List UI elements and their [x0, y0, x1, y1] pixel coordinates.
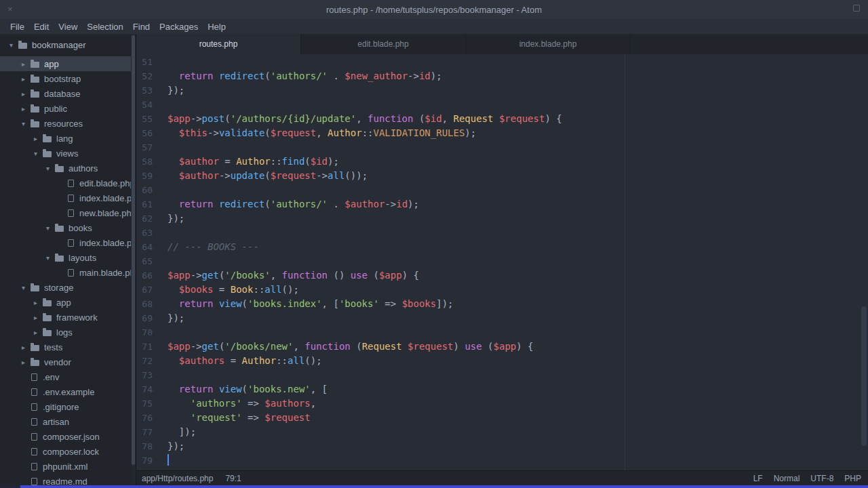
tree-item-label: .env.example: [43, 387, 94, 397]
tree-item-public[interactable]: ▸public: [0, 101, 136, 116]
code-line[interactable]: 58 $author = Author::find($id);: [136, 155, 868, 169]
chevron-right-icon[interactable]: ▸: [22, 105, 31, 113]
tree-item-layouts[interactable]: ▾layouts: [0, 250, 136, 265]
tree-item-logs[interactable]: ▸logs: [0, 325, 136, 340]
code-line[interactable]: 71$app->get('/books/new', function (Requ…: [136, 340, 868, 354]
tree-item-.gitignore[interactable]: .gitignore: [0, 399, 136, 414]
code-line[interactable]: 59 $author->update($request->all());: [136, 169, 868, 183]
code-line[interactable]: 57: [136, 140, 868, 155]
chevron-right-icon[interactable]: ▸: [34, 135, 43, 142]
tree-item-vendor[interactable]: ▸vendor: [0, 354, 136, 369]
tree-item-phpunit.xml[interactable]: phpunit.xml: [0, 459, 136, 474]
chevron-down-icon[interactable]: ▾: [46, 224, 55, 232]
status-grammar[interactable]: PHP: [844, 474, 861, 483]
tree-item-new.blade.php[interactable]: new.blade.php: [0, 205, 136, 220]
code-line[interactable]: 62});: [136, 211, 868, 226]
chevron-right-icon[interactable]: ▸: [34, 314, 43, 321]
menu-item-view[interactable]: View: [54, 22, 82, 32]
chevron-right-icon[interactable]: ▸: [22, 60, 31, 68]
chevron-right-icon[interactable]: ▸: [22, 90, 31, 98]
code-line[interactable]: 52 return redirect('authors/' . $new_aut…: [136, 69, 868, 83]
tab-routes.php[interactable]: routes.php: [136, 34, 301, 54]
tree-item-tests[interactable]: ▸tests: [0, 340, 136, 354]
chevron-right-icon[interactable]: ▸: [34, 329, 43, 336]
tree-item-edit.blade.php[interactable]: edit.blade.php: [0, 176, 136, 190]
code-line[interactable]: 64// --- BOOKS ---: [136, 240, 868, 254]
tree-item-views[interactable]: ▾views: [0, 146, 136, 161]
code-line[interactable]: 51: [136, 55, 868, 69]
chevron-right-icon[interactable]: ▸: [22, 75, 31, 83]
chevron-down-icon[interactable]: ▾: [22, 284, 31, 291]
tree-item-index.blade.php[interactable]: index.blade.php: [0, 190, 136, 205]
chevron-right-icon[interactable]: ▸: [22, 359, 31, 366]
tree-item-app[interactable]: ▸app: [0, 56, 136, 71]
status-line-ending[interactable]: LF: [753, 474, 763, 483]
tree-item-database[interactable]: ▸database: [0, 86, 136, 101]
tree-item-resources[interactable]: ▾resources: [0, 116, 136, 131]
chevron-down-icon[interactable]: ▾: [46, 165, 55, 172]
code-line[interactable]: 66$app->get('/books', function () use ($…: [136, 268, 868, 283]
tree-item-label: index.blade.php: [79, 193, 136, 203]
tree-scrollbar-thumb[interactable]: [132, 35, 135, 465]
code-line[interactable]: 69});: [136, 311, 868, 325]
menu-item-packages[interactable]: Packages: [155, 22, 203, 32]
tree-scrollbar[interactable]: [131, 34, 136, 485]
code-line[interactable]: 55$app->post('/authors/{id}/update', fun…: [136, 112, 868, 126]
menu-item-find[interactable]: Find: [128, 22, 155, 32]
tree-item-framework[interactable]: ▸framework: [0, 310, 136, 325]
menu-item-file[interactable]: File: [5, 22, 29, 32]
tree-item-bookmanager[interactable]: ▾bookmanager: [0, 37, 136, 52]
tree-item-lang[interactable]: ▸lang: [0, 131, 136, 146]
code-line[interactable]: 63: [136, 226, 868, 240]
code-line[interactable]: 72 $authors = Author::all();: [136, 354, 868, 368]
code-line[interactable]: 65: [136, 254, 868, 268]
code-line[interactable]: 77 ]);: [136, 425, 868, 439]
chevron-right-icon[interactable]: ▸: [34, 299, 43, 306]
code-line[interactable]: 54: [136, 98, 868, 112]
tree-item-.env[interactable]: .env: [0, 369, 136, 384]
code-line[interactable]: 73: [136, 368, 868, 382]
code-line[interactable]: 78});: [136, 439, 868, 453]
chevron-down-icon[interactable]: ▾: [9, 41, 18, 49]
menu-item-edit[interactable]: Edit: [29, 22, 54, 32]
chevron-down-icon[interactable]: ▾: [46, 254, 55, 262]
menu-item-help[interactable]: Help: [203, 22, 231, 32]
tree-item-authors[interactable]: ▾authors: [0, 161, 136, 176]
tree-item-storage[interactable]: ▾storage: [0, 280, 136, 295]
code-line[interactable]: 75 'authors' => $authors,: [136, 396, 868, 411]
tab-index.blade.php[interactable]: index.blade.php: [466, 34, 631, 54]
tab-edit.blade.php[interactable]: edit.blade.php: [301, 34, 466, 54]
restore-icon[interactable]: [853, 5, 860, 12]
tab-bar: routes.phpedit.blade.phpindex.blade.php: [136, 34, 868, 54]
close-icon[interactable]: ×: [7, 5, 13, 14]
code-line[interactable]: 61 return redirect('authors/' . $author-…: [136, 197, 868, 211]
status-encoding[interactable]: UTF-8: [810, 474, 833, 483]
tree-item-books[interactable]: ▾books: [0, 220, 136, 235]
editor[interactable]: 5152 return redirect('authors/' . $new_a…: [136, 54, 868, 470]
tree-item-index.blade.php[interactable]: index.blade.php: [0, 235, 136, 250]
menu-item-selection[interactable]: Selection: [82, 22, 127, 32]
tree-item-composer.json[interactable]: composer.json: [0, 429, 136, 444]
tree-item-app[interactable]: ▸app: [0, 295, 136, 310]
code-line[interactable]: 74 return view('books.new', [: [136, 382, 868, 396]
tree-item-main.blade.php[interactable]: main.blade.php: [0, 265, 136, 280]
status-cursor-position[interactable]: 79:1: [225, 474, 241, 483]
code-line[interactable]: 67 $books = Book::all();: [136, 283, 868, 297]
code-line[interactable]: 56 $this->validate($request, Author::VAL…: [136, 126, 868, 140]
tree-item-.env.example[interactable]: .env.example: [0, 384, 136, 399]
code-line[interactable]: 60: [136, 183, 868, 197]
code-line[interactable]: 79: [136, 453, 868, 468]
code-line[interactable]: 68 return view('books.index', ['books' =…: [136, 297, 868, 311]
chevron-down-icon[interactable]: ▾: [22, 120, 31, 127]
code-line[interactable]: 53});: [136, 83, 868, 98]
chevron-down-icon[interactable]: ▾: [34, 150, 43, 157]
tree-item-label: authors: [68, 163, 98, 174]
tree-item-bootstrap[interactable]: ▸bootstrap: [0, 71, 136, 86]
editor-scrollbar-thumb[interactable]: [861, 306, 867, 446]
tree-item-readme.md[interactable]: readme.md: [0, 474, 136, 485]
tree-item-artisan[interactable]: artisan: [0, 414, 136, 429]
code-line[interactable]: 76 'request' => $request: [136, 411, 868, 425]
chevron-right-icon[interactable]: ▸: [22, 344, 31, 351]
code-line[interactable]: 70: [136, 325, 868, 340]
tree-item-composer.lock[interactable]: composer.lock: [0, 444, 136, 459]
